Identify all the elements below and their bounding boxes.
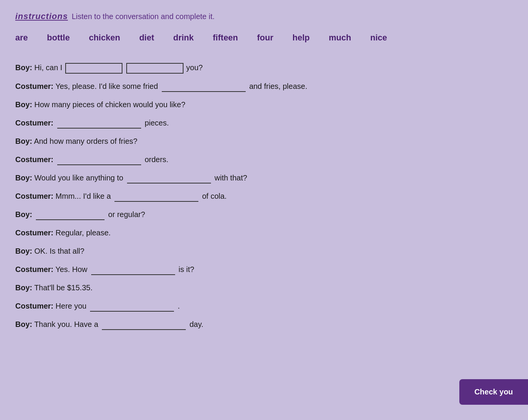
- word-much: much: [329, 33, 351, 43]
- check-you-button[interactable]: Check you: [459, 379, 528, 405]
- instructions-text: Listen to the conversation and complete …: [72, 12, 215, 21]
- blank-6[interactable]: [57, 156, 141, 165]
- word-fifteen: fifteen: [213, 33, 238, 43]
- blank-9[interactable]: [36, 211, 105, 220]
- conv-line-8: Costumer: Mmm... I'd like a of cola.: [15, 190, 481, 202]
- speaker-costumer-8: Costumer:: [15, 192, 53, 200]
- text-and-how-many: And how many orders of fries?: [34, 137, 137, 145]
- text-is-it: is it?: [179, 265, 194, 274]
- word-bottle: bottle: [47, 33, 70, 43]
- blank-15[interactable]: [102, 321, 186, 330]
- conv-line-14: Costumer: Here you .: [15, 300, 481, 312]
- page-container: instructions Listen to the conversation …: [0, 0, 496, 341]
- speaker-boy-7: Boy:: [15, 174, 32, 182]
- speaker-costumer-14: Costumer:: [15, 302, 53, 310]
- text-regular-please: Regular, please.: [56, 229, 111, 237]
- word-four: four: [257, 33, 274, 43]
- speaker-boy-11: Boy:: [15, 247, 32, 255]
- text-yes-please: Yes, please. I'd like some fried: [55, 82, 160, 90]
- text-or-regular: or regular?: [108, 210, 145, 219]
- word-are: are: [15, 33, 28, 43]
- speaker-costumer-2: Costumer:: [15, 82, 53, 90]
- conv-line-3: Boy: How many pieces of chicken would yo…: [15, 99, 481, 110]
- text-period-14: .: [178, 302, 180, 310]
- text-day: day.: [190, 320, 203, 328]
- speaker-boy-13: Boy:: [15, 283, 32, 292]
- speaker-boy-1: Boy:: [15, 63, 32, 72]
- text-yes-how: Yes. How: [55, 265, 89, 274]
- speaker-costumer-10: Costumer:: [15, 229, 53, 237]
- conv-line-12: Costumer: Yes. How is it?: [15, 264, 481, 275]
- conv-line-6: Costumer: orders.: [15, 154, 481, 165]
- text-of-cola: of cola.: [202, 192, 227, 200]
- conv-line-1: Boy: Hi, can I you?: [15, 62, 481, 74]
- blank-7[interactable]: [127, 174, 211, 183]
- word-chicken: chicken: [89, 33, 120, 43]
- speaker-costumer-6: Costumer:: [15, 155, 53, 164]
- instructions-line: instructions Listen to the conversation …: [15, 11, 481, 21]
- speaker-boy-3: Boy:: [15, 100, 32, 109]
- text-mmm: Mmm... I'd like a: [56, 192, 113, 200]
- conv-line-4: Costumer: pieces.: [15, 117, 481, 129]
- text-ok-is-that-all: OK. Is that all?: [34, 247, 84, 255]
- word-help: help: [293, 33, 310, 43]
- text-pieces: pieces.: [145, 119, 169, 127]
- word-diet: diet: [139, 33, 154, 43]
- word-nice: nice: [370, 33, 387, 43]
- speaker-costumer-12: Costumer:: [15, 265, 53, 274]
- text-and-fries: and fries, please.: [249, 82, 307, 90]
- blank-14[interactable]: [90, 303, 174, 312]
- blank-8[interactable]: [114, 193, 198, 202]
- conv-line-10: Costumer: Regular, please.: [15, 227, 481, 238]
- speaker-boy-15: Boy:: [15, 320, 32, 328]
- text-hi-can-i: Hi, can I: [34, 63, 64, 72]
- text-with-that: with that?: [214, 174, 247, 182]
- conv-line-5: Boy: And how many orders of fries?: [15, 135, 481, 147]
- text-how-many-chicken: How many pieces of chicken would you lik…: [34, 100, 185, 109]
- word-drink: drink: [173, 33, 194, 43]
- text-you: you?: [186, 63, 203, 72]
- blank-12[interactable]: [91, 266, 175, 275]
- word-bank: are bottle chicken diet drink fifteen fo…: [15, 33, 481, 47]
- conv-line-7: Boy: Would you like anything to with tha…: [15, 172, 481, 183]
- text-thank-you: Thank you. Have a: [34, 320, 100, 328]
- speaker-costumer-4: Costumer:: [15, 119, 53, 127]
- blank-box-1a[interactable]: [65, 63, 122, 74]
- blank-2[interactable]: [162, 83, 246, 92]
- text-would-you-like: Would you like anything to: [34, 174, 126, 182]
- conversation: Boy: Hi, can I you? Costumer: Yes, pleas…: [15, 62, 481, 330]
- text-thatll-be: That'll be $15.35.: [34, 283, 93, 292]
- speaker-boy-9: Boy:: [15, 210, 32, 219]
- instructions-label: instructions: [15, 11, 68, 21]
- blank-4[interactable]: [57, 119, 141, 129]
- speaker-boy-5: Boy:: [15, 137, 32, 145]
- conv-line-13: Boy: That'll be $15.35.: [15, 282, 481, 293]
- text-here-you: Here you: [56, 302, 89, 310]
- conv-line-2: Costumer: Yes, please. I'd like some fri…: [15, 80, 481, 92]
- text-orders: orders.: [145, 155, 168, 164]
- conv-line-11: Boy: OK. Is that all?: [15, 245, 481, 257]
- conv-line-15: Boy: Thank you. Have a day.: [15, 319, 481, 330]
- conv-line-9: Boy: or regular?: [15, 209, 481, 220]
- blank-box-1b[interactable]: [126, 63, 184, 74]
